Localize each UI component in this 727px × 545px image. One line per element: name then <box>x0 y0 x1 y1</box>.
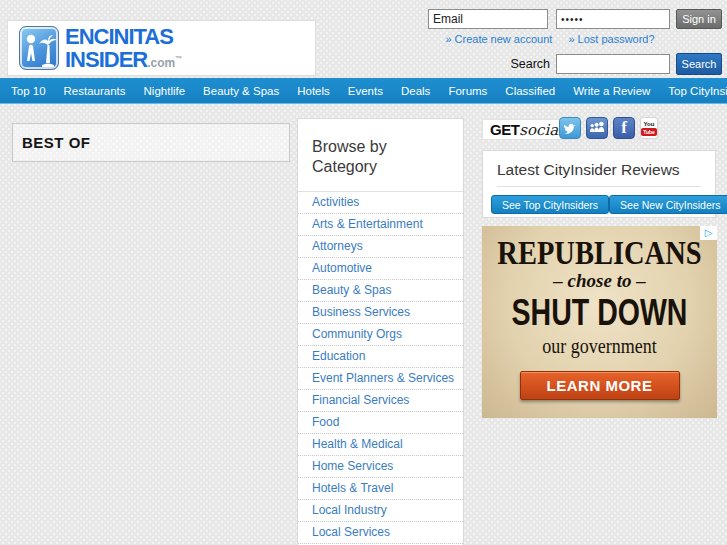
password-field[interactable] <box>556 9 670 29</box>
ad-subline: – chose to – <box>482 270 717 292</box>
twitter-icon[interactable] <box>559 117 581 139</box>
site-logo[interactable]: ENCINITAS INSIDER.com™ <box>7 20 316 76</box>
lost-password-link[interactable]: » Lost password? <box>568 33 654 45</box>
category-link-health-medical[interactable]: Health & Medical <box>298 434 463 455</box>
list-item: Community Orgs <box>298 324 463 346</box>
nav-item-deals[interactable]: Deals <box>392 78 439 103</box>
account-links: » Create new account » Lost password? <box>428 33 672 45</box>
youtube-icon[interactable]: You Tube <box>640 117 658 139</box>
list-item: Education <box>298 346 463 368</box>
get-social-get: GET <box>490 121 519 138</box>
category-link-hotels-travel[interactable]: Hotels & Travel <box>298 478 463 499</box>
best-of-title: BEST OF <box>13 134 91 151</box>
list-item: Event Planners & Services <box>298 368 463 390</box>
create-account-link[interactable]: » Create new account <box>445 33 552 45</box>
category-link-event-planners[interactable]: Event Planners & Services <box>298 368 463 389</box>
sign-in-button[interactable]: Sign in <box>676 9 722 29</box>
category-link-education[interactable]: Education <box>298 346 463 367</box>
list-item: Arts & Entertainment <box>298 214 463 236</box>
logo-domain: .com <box>147 56 175 70</box>
nav-item-top-10[interactable]: Top 10 <box>2 78 55 103</box>
see-new-cityinsiders-button[interactable]: See New CityInsiders <box>609 195 727 214</box>
nav-item-beauty-spas[interactable]: Beauty & Spas <box>194 78 288 103</box>
list-item: Beauty & Spas <box>298 280 463 302</box>
list-item: Hotels & Travel <box>298 478 463 500</box>
page: ENCINITAS INSIDER.com™ Sign in » Create … <box>0 0 727 545</box>
list-item: Financial Services <box>298 390 463 412</box>
browse-by-category-panel: Browse by Category Activities Arts & Ent… <box>297 118 464 545</box>
logo-trademark: ™ <box>175 55 181 62</box>
category-link-business-services[interactable]: Business Services <box>298 302 463 323</box>
get-social-logo: GETsocial <box>482 119 571 140</box>
person-palm-tree-icon <box>19 26 59 70</box>
latest-reviews-title: Latest CityInsider Reviews <box>483 151 715 186</box>
ad-headline-2: SHUT DOWN <box>491 293 707 333</box>
latest-reviews-panel: Latest CityInsider Reviews See Top CityI… <box>482 150 716 218</box>
list-item: Health & Medical <box>298 434 463 456</box>
best-of-panel: BEST OF <box>12 123 290 162</box>
nav-item-restaurants[interactable]: Restaurants <box>55 78 135 103</box>
category-link-home-services[interactable]: Home Services <box>298 456 463 477</box>
category-link-beauty-spas[interactable]: Beauty & Spas <box>298 280 463 301</box>
facebook-icon[interactable]: f <box>613 117 635 139</box>
youtube-you-label: You <box>644 121 655 127</box>
logo-line1: ENCINITAS <box>65 26 181 48</box>
ad-headline: REPUBLICANS <box>488 234 711 271</box>
nav-item-write-a-review[interactable]: Write a Review <box>564 78 659 103</box>
nav-item-nightlife[interactable]: Nightlife <box>135 78 195 103</box>
logo-line2: INSIDER.com™ <box>65 48 181 74</box>
category-list: Activities Arts & Entertainment Attorney… <box>298 192 463 545</box>
list-item: Automotive <box>298 258 463 280</box>
nav-item-top-cityinsiders[interactable]: Top CityInsiders <box>659 78 727 103</box>
list-item: Local Services <box>298 522 463 544</box>
search-input[interactable] <box>556 54 670 74</box>
nav-item-forums[interactable]: Forums <box>439 78 496 103</box>
category-link-food[interactable]: Food <box>298 412 463 433</box>
category-link-community-orgs[interactable]: Community Orgs <box>298 324 463 345</box>
category-link-arts-entertainment[interactable]: Arts & Entertainment <box>298 214 463 235</box>
list-item: Home Services <box>298 456 463 478</box>
category-link-automotive[interactable]: Automotive <box>298 258 463 279</box>
list-item: Food <box>298 412 463 434</box>
search-label: Search <box>498 57 550 71</box>
list-item: Activities <box>298 192 463 214</box>
search-button[interactable]: Search <box>676 53 722 75</box>
category-link-local-services[interactable]: Local Services <box>298 522 463 543</box>
logo-text: ENCINITAS INSIDER.com™ <box>65 26 181 74</box>
list-item: Attorneys <box>298 236 463 258</box>
category-link-attorneys[interactable]: Attorneys <box>298 236 463 257</box>
myspace-icon[interactable] <box>586 117 608 139</box>
category-link-financial-services[interactable]: Financial Services <box>298 390 463 411</box>
see-top-cityinsiders-button[interactable]: See Top CityInsiders <box>491 195 609 214</box>
nav-item-hotels[interactable]: Hotels <box>288 78 339 103</box>
learn-more-button[interactable]: LEARN MORE <box>520 371 680 400</box>
list-item: Local Industry <box>298 500 463 522</box>
youtube-tube-label: Tube <box>641 128 657 136</box>
main-nav: Top 10 Restaurants Nightlife Beauty & Sp… <box>0 78 727 104</box>
email-field[interactable] <box>428 9 548 29</box>
reviews-button-row: See Top CityInsiders See New CityInsider… <box>483 187 715 214</box>
get-social-social: social <box>519 121 563 139</box>
category-link-activities[interactable]: Activities <box>298 192 463 213</box>
nav-item-classified[interactable]: Classified <box>496 78 564 103</box>
category-link-local-industry[interactable]: Local Industry <box>298 500 463 521</box>
browse-by-category-title: Browse by Category <box>298 119 463 192</box>
advertisement[interactable]: ▷ REPUBLICANS – chose to – SHUT DOWN our… <box>482 226 717 418</box>
nav-item-events[interactable]: Events <box>339 78 392 103</box>
list-item: Business Services <box>298 302 463 324</box>
ad-subline-2: our government <box>494 335 706 357</box>
